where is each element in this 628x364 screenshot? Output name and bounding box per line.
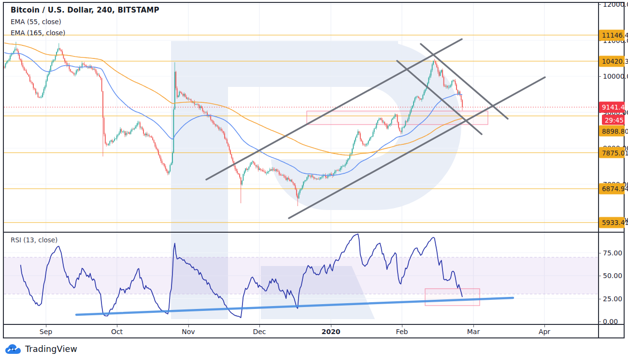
indicator-label-ema55[interactable]: EMA (55, close) (11, 18, 159, 26)
rsi-axis-label: 75.00 (603, 249, 622, 257)
time-tick (117, 325, 117, 327)
price-axis-label: 12000.00 (603, 0, 628, 8)
price-tick (599, 4, 601, 5)
tradingview-logo-text: TradingView (25, 344, 77, 354)
time-axis-label: Mar (467, 328, 480, 336)
level-price-badge: 10420.30 (599, 56, 625, 67)
indicator-label-rsi[interactable]: RSI (13, close) (11, 236, 57, 244)
time-axis-label: Feb (396, 328, 408, 336)
time-axis-border (3, 324, 625, 325)
time-tick (188, 325, 189, 327)
tradingview-cloud-icon (5, 343, 21, 355)
rsi-tick (599, 322, 601, 322)
symbol-title[interactable]: Bitcoin / U.S. Dollar, 240, BITSTAMP (11, 6, 159, 14)
rsi-tick (599, 276, 601, 276)
legend: Bitcoin / U.S. Dollar, 240, BITSTAMP EMA… (11, 6, 159, 37)
pane-separator[interactable] (3, 232, 625, 233)
rsi-axis-label: 0.00 (603, 318, 618, 325)
time-tick (331, 325, 331, 327)
level-price-badge: 7875.01 (599, 147, 625, 158)
level-price-badge: 6874.94 (599, 183, 625, 194)
rsi-tick (599, 299, 601, 299)
time-axis-label: 2020 (322, 328, 341, 336)
tradingview-logo[interactable]: TradingView (5, 343, 77, 355)
level-price-badge: 8898.80 (599, 126, 625, 137)
price-axis-label: 10000.00 (603, 72, 628, 80)
rsi-tick (599, 253, 601, 253)
time-axis-label: Apr (539, 328, 550, 336)
tradingview-chart-window: Bitcoin / U.S. Dollar, 240, BITSTAMP EMA… (0, 0, 628, 364)
price-axis-border (598, 2, 599, 338)
indicator-label-ema165[interactable]: EMA (165, close) (11, 29, 159, 37)
level-price-badge: 11146.40 (599, 29, 625, 41)
time-axis-label: Dec (253, 328, 266, 336)
time-tick (259, 325, 260, 327)
time-tick (402, 325, 402, 327)
time-axis-label: Sep (40, 328, 52, 336)
current-price-badge: 9141.44 (599, 101, 625, 112)
rsi-axis-label: 25.00 (603, 295, 622, 303)
time-tick (544, 325, 545, 327)
countdown-badge: 29:45 (602, 115, 625, 125)
time-tick (473, 325, 474, 327)
price-tick (599, 76, 601, 77)
rsi-axis-label: 50.00 (603, 272, 622, 280)
chart-frame (3, 2, 625, 338)
time-tick (46, 325, 46, 327)
level-price-badge: 5933.41 (599, 217, 625, 228)
time-axis-label: Nov (182, 328, 195, 336)
time-axis-label: Oct (111, 328, 123, 336)
